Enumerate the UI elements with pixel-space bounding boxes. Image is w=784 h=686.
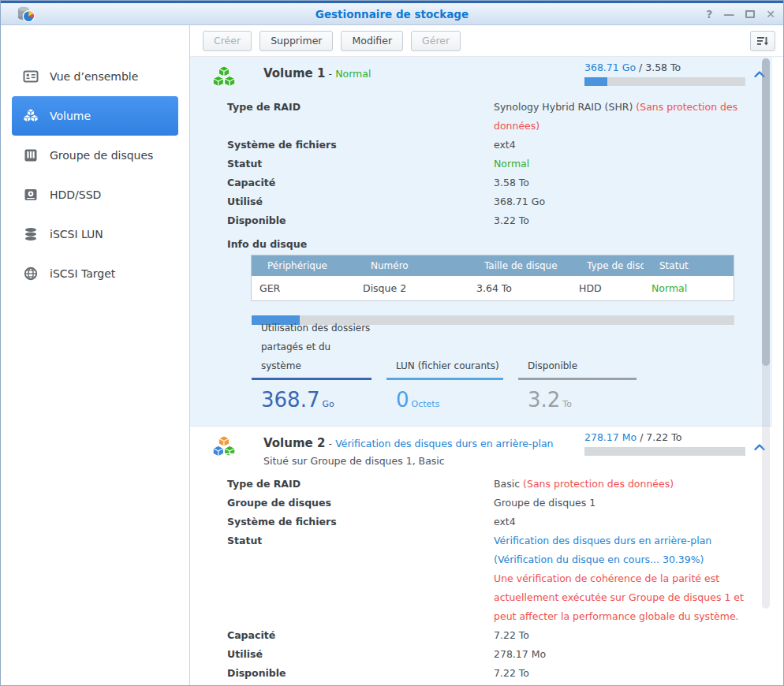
volume2-panel: Volume 2 - Vérification des disques durs… xyxy=(190,426,772,686)
volume2-header: Volume 2 - Vérification des disques durs… xyxy=(190,427,772,467)
disk-info-row[interactable]: GER Disque 2 3.64 To HDD Normal xyxy=(252,276,734,300)
disk-check-progress: (Vérification du disque en cours... 30.3… xyxy=(494,550,754,569)
sidebar-item-label: Volume xyxy=(50,110,91,122)
storage-manager-app-icon xyxy=(17,5,35,26)
sidebar-item-label: iSCSI Target xyxy=(50,267,115,280)
maximize-icon[interactable] xyxy=(745,3,755,25)
hdd-icon xyxy=(23,187,39,203)
disk-device-cell: GER xyxy=(252,276,355,300)
scrollbar-thumb[interactable] xyxy=(762,58,770,366)
sidebar-item-label: HDD/SSD xyxy=(50,188,101,201)
toolbar: Créer Supprimer Modifier Gérer xyxy=(190,25,783,57)
sidebar-item-label: iSCSI LUN xyxy=(50,228,103,240)
help-icon[interactable]: ? xyxy=(706,3,712,25)
volume1-usage-summary: 368.71 Go / 3.58 To xyxy=(584,62,745,86)
sidebar-item-vue-densemble[interactable]: Vue d’ensemble xyxy=(1,57,189,96)
legend-shared-folders: Utilisation des dossierspartagés et du s… xyxy=(252,337,371,412)
sidebar-item-hdd-ssd[interactable]: HDD/SSD xyxy=(1,175,189,214)
volume1-title: Volume 1 xyxy=(263,66,325,80)
sidebar-item-iscsi-target[interactable]: iSCSI Target xyxy=(1,254,189,293)
volume2-usage-summary: 278.17 Mo / 7.22 To xyxy=(584,431,745,456)
volume1-usage-legend: Utilisation des dossierspartagés et du s… xyxy=(252,337,772,412)
disk-size-cell: 3.64 To xyxy=(469,276,571,300)
sidebar: Vue d’ensemble Volume Groupe de disques xyxy=(1,25,190,686)
volume1-total-value: / 3.58 To xyxy=(639,62,681,73)
sidebar-item-groupe-de-disques[interactable]: Groupe de disques xyxy=(1,136,189,175)
content-panel: Créer Supprimer Modifier Gérer xyxy=(190,25,783,686)
manage-button[interactable]: Gérer xyxy=(411,31,461,51)
volume2-status-block: Vérification des disques durs en arrière… xyxy=(494,531,754,626)
sidebar-item-label: Groupe de disques xyxy=(50,149,153,162)
volume2-usage-bar xyxy=(584,447,745,456)
volume1-status-value: Normal xyxy=(494,155,754,173)
minimize-icon[interactable]: — xyxy=(723,3,734,25)
legend-lun: LUN (fichier courants) 0Octets xyxy=(386,337,503,412)
legend-available: Disponible 3.2To xyxy=(518,337,637,412)
volume1-details: Type de RAIDSynology Hybrid RAID (SHR) (… xyxy=(227,98,772,230)
disk-type-cell: HDD xyxy=(571,276,644,300)
disk-info-table: Périphérique Numéro Taille de disque Typ… xyxy=(251,255,734,301)
volume2-title: Volume 2 xyxy=(263,436,325,450)
volume2-cubes-icon xyxy=(212,434,236,460)
close-icon[interactable]: ✕ xyxy=(766,3,775,25)
iscsi-target-icon xyxy=(23,266,39,281)
volume2-total-value: / 7.22 To xyxy=(640,431,681,443)
disk-info-title: Info du disque xyxy=(227,238,772,250)
volume2-subtitle: Situé sur Groupe de disques 1, Basic xyxy=(263,455,553,467)
sort-button[interactable] xyxy=(750,31,775,51)
volume2-status-text: Vérification des disques durs en arrière… xyxy=(335,438,553,449)
delete-button[interactable]: Supprimer xyxy=(259,31,333,51)
iscsi-lun-icon xyxy=(23,226,39,242)
modify-button[interactable]: Modifier xyxy=(341,31,403,51)
volume1-cubes-icon xyxy=(212,65,236,90)
sort-descending-icon xyxy=(756,35,769,47)
overview-icon xyxy=(23,69,39,84)
disk-number-cell: Disque 2 xyxy=(355,276,469,300)
volume1-status-text: Normal xyxy=(335,68,371,80)
volume2-used-value: 278.17 Mo xyxy=(584,431,637,443)
create-button[interactable]: Créer xyxy=(203,31,252,51)
disk-info-header-row: Périphérique Numéro Taille de disque Typ… xyxy=(252,255,734,276)
sidebar-item-volume[interactable]: Volume xyxy=(12,96,178,136)
volume-cubes-icon xyxy=(23,108,39,124)
volume1-used-value: 368.71 Go xyxy=(584,62,636,73)
sidebar-item-label: Vue d’ensemble xyxy=(50,70,138,83)
no-data-protection-warning: (Sans protection des données) xyxy=(523,478,674,490)
sidebar-item-iscsi-lun[interactable]: iSCSI LUN xyxy=(1,214,189,254)
volume1-usage-bar xyxy=(584,77,745,86)
volume1-header: Volume 1 - Normal 368.71 Go / 3.58 To xyxy=(190,57,772,90)
disk-status-cell: Normal xyxy=(644,276,735,300)
volume-list-scrollarea: Volume 1 - Normal 368.71 Go / 3.58 To xyxy=(190,57,772,686)
titlebar: Gestionnaire de stockage ? — ✕ xyxy=(1,3,783,25)
volume2-details: Type de RAIDBasic (Sans protection des d… xyxy=(227,475,772,683)
disk-group-icon xyxy=(23,147,39,163)
window-title: Gestionnaire de stockage xyxy=(1,8,783,21)
volume1-panel: Volume 1 - Normal 368.71 Go / 3.58 To xyxy=(190,57,772,426)
storage-manager-window: Gestionnaire de stockage ? — ✕ Vue d’ens… xyxy=(0,0,784,686)
